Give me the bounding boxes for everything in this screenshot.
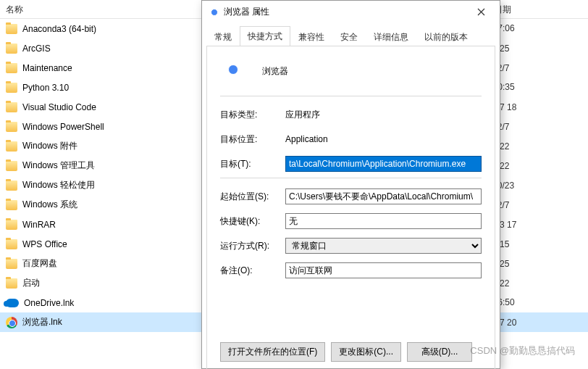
advanced-button[interactable]: 高级(D)...: [407, 342, 472, 362]
tab-快捷方式[interactable]: 快捷方式: [240, 26, 290, 46]
tab-兼容性[interactable]: 兼容性: [290, 27, 332, 46]
divider: [220, 96, 482, 96]
folder-icon: [6, 141, 17, 152]
app-name-input[interactable]: [259, 64, 448, 78]
file-name: 浏览器.lnk: [22, 316, 203, 328]
file-name: Windows 管理工具: [22, 159, 203, 172]
folder-icon: [6, 43, 17, 54]
folder-icon: [6, 161, 17, 171]
label-target-type: 目标类型:: [220, 109, 285, 121]
file-name: WPS Office: [22, 239, 203, 249]
dialog-app-icon: [208, 6, 219, 17]
file-name: WinRAR: [22, 220, 203, 230]
dialog-titlebar[interactable]: 浏览器 属性: [202, 1, 500, 22]
folder-icon: [6, 220, 17, 230]
divider: [220, 178, 482, 178]
dialog-title: 浏览器 属性: [224, 6, 466, 18]
close-icon: [477, 8, 485, 16]
chrome-icon: [6, 317, 17, 328]
input-comment[interactable]: [285, 262, 482, 278]
label-target: 目标(T):: [220, 158, 285, 170]
label-start-in: 起始位置(S):: [220, 191, 285, 203]
value-target-type: 应用程序: [285, 109, 482, 121]
tab-常规[interactable]: 常规: [206, 27, 240, 46]
tab-详细信息[interactable]: 详细信息: [366, 27, 416, 46]
file-name: ArcGIS: [22, 43, 203, 54]
input-shortcut-key[interactable]: [285, 213, 482, 229]
file-name: Windows 轻松使用: [22, 179, 203, 191]
file-name: 启动: [22, 277, 203, 289]
input-start-in[interactable]: [285, 188, 482, 204]
open-file-location-button[interactable]: 打开文件所在的位置(F): [220, 342, 325, 362]
label-shortcut-key: 快捷键(K):: [220, 215, 285, 228]
file-name: Maintenance: [22, 63, 203, 73]
file-name: Visual Studio Code: [22, 102, 203, 112]
folder-icon: [6, 259, 17, 269]
file-name: Windows PowerShell: [22, 122, 203, 132]
close-button[interactable]: [466, 1, 495, 22]
file-name: OneDrive.lnk: [24, 298, 205, 308]
folder-icon: [6, 83, 17, 93]
label-target-location: 目标位置:: [220, 133, 285, 146]
tab-panel-shortcut: 目标类型: 应用程序 目标位置: Application 目标(T): 起始位置…: [206, 46, 495, 369]
file-name: 百度网盘: [22, 257, 203, 270]
folder-icon: [6, 122, 17, 132]
tab-以前的版本[interactable]: 以前的版本: [416, 27, 476, 46]
label-comment: 备注(O):: [220, 265, 285, 277]
folder-icon: [6, 181, 17, 191]
value-target-location: Application: [285, 134, 482, 144]
file-name: Windows 系统: [22, 199, 203, 211]
folder-icon: [6, 200, 17, 210]
file-name: Python 3.10: [22, 83, 203, 93]
file-name: Anaconda3 (64-bit): [22, 24, 203, 34]
properties-dialog: 浏览器 属性 常规快捷方式兼容性安全详细信息以前的版本 目标类型: 应用程序 目…: [201, 0, 500, 369]
folder-icon: [6, 239, 17, 249]
folder-icon: [6, 63, 17, 73]
tab-安全[interactable]: 安全: [332, 27, 366, 46]
folder-icon: [6, 24, 17, 34]
tab-strip: 常规快捷方式兼容性安全详细信息以前的版本: [202, 22, 500, 46]
input-target[interactable]: [285, 156, 482, 172]
label-run: 运行方式(R):: [220, 240, 285, 252]
select-run-mode[interactable]: 常规窗口: [285, 238, 482, 254]
onedrive-icon: [6, 299, 19, 307]
folder-icon: [6, 102, 17, 112]
folder-icon: [6, 278, 17, 289]
file-name: Windows 附件: [22, 140, 203, 152]
change-icon-button[interactable]: 更改图标(C)...: [331, 342, 401, 362]
app-large-icon: [223, 59, 246, 83]
